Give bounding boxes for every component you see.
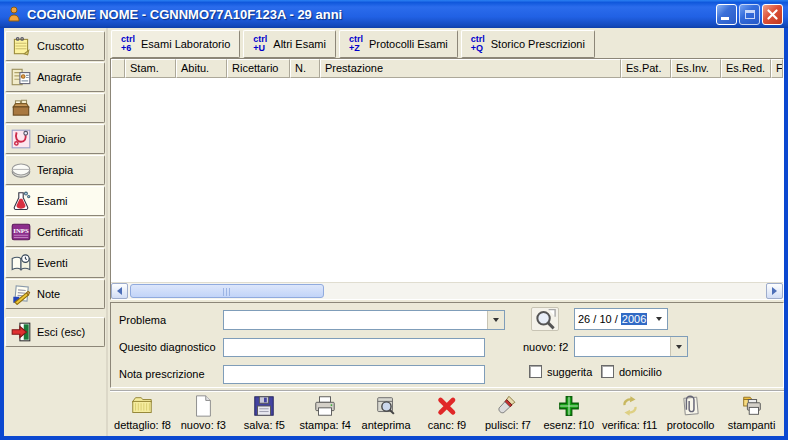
sidebar-item-esami[interactable]: Esami: [5, 186, 105, 216]
suggerita-checkbox-label: suggerita: [547, 366, 592, 378]
pulisci-button[interactable]: pulisci: f7: [477, 394, 538, 436]
search-button[interactable]: [531, 307, 559, 331]
printer-icon: [313, 394, 337, 418]
svg-text:INPS: INPS: [13, 227, 29, 234]
nuovo-combobox[interactable]: [574, 336, 688, 357]
scroll-right-button[interactable]: [766, 283, 783, 299]
canc-button[interactable]: canc: f9: [417, 394, 478, 436]
column-header-f[interactable]: F: [771, 59, 783, 78]
protocollo-button[interactable]: protocollo: [660, 394, 721, 436]
sidebar-item-eventi[interactable]: Eventi: [5, 248, 105, 278]
nuovo-button[interactable]: nuovo: f3: [173, 394, 234, 436]
paperclip-icon: [679, 394, 703, 418]
column-header-es-inv[interactable]: Es.Inv.: [671, 59, 721, 78]
domicilio-field: domicilio: [601, 365, 662, 378]
patient-icon: [5, 5, 23, 23]
prescriptions-table: Stam. Abitu. Ricettario N. Prestazione E…: [110, 58, 784, 300]
new-page-icon: [191, 394, 215, 418]
nota-input[interactable]: [223, 365, 485, 384]
column-header-rowselect[interactable]: [111, 59, 125, 78]
date-picker[interactable]: 26 / 10 / 2006: [574, 308, 668, 330]
pill-icon: [10, 159, 32, 181]
notepad-icon: [10, 35, 32, 57]
problema-label: Problema: [119, 314, 166, 326]
scrollbar-thumb[interactable]: [130, 284, 324, 298]
red-x-icon: [435, 394, 459, 418]
stampanti-button[interactable]: stampanti: [721, 394, 782, 436]
maximize-icon: [745, 10, 755, 19]
scroll-right-icon: [772, 287, 777, 295]
date-value: 26 / 10 / 2006: [575, 313, 650, 325]
column-header-abitu[interactable]: Abitu.: [176, 59, 227, 78]
title-bar: COGNOME NOME - CGNNMO77A10F123A - 29 ann…: [0, 0, 788, 28]
sidebar-item-label: Eventi: [37, 257, 68, 269]
column-header-prestazione[interactable]: Prestazione: [320, 59, 621, 78]
tab-esami-laboratorio[interactable]: ctrl+6 Esami Laboratorio: [111, 30, 240, 58]
salva-button[interactable]: salva: f5: [234, 394, 295, 436]
nuovo-dropdown-button[interactable]: [670, 337, 687, 356]
chevron-down-icon: [676, 345, 682, 349]
sidebar-item-label: Note: [37, 288, 60, 300]
exit-door-icon: [10, 321, 32, 343]
sidebar-item-note[interactable]: Note: [5, 279, 105, 309]
problema-dropdown-button[interactable]: [487, 311, 504, 329]
stampa-button[interactable]: stampa: f4: [295, 394, 356, 436]
maximize-button[interactable]: [739, 4, 760, 25]
tab-bar: ctrl+6 Esami Laboratorio ctrl+U Altri Es…: [110, 28, 784, 58]
main-area: ctrl+6 Esami Laboratorio ctrl+U Altri Es…: [108, 28, 784, 436]
sidebar-item-certificati[interactable]: INPS Certificati: [5, 217, 105, 247]
chevron-down-icon: [493, 318, 499, 322]
suggerita-checkbox[interactable]: [529, 365, 542, 378]
sidebar-item-cruscotto[interactable]: Cruscotto: [5, 31, 105, 61]
minimize-button[interactable]: [716, 4, 737, 25]
dettaglio-button[interactable]: dettaglio: f8: [112, 394, 173, 436]
sidebar-item-label: Anagrafe: [37, 71, 82, 83]
tab-protocolli-esami[interactable]: ctrl+Z Protocolli Esami: [339, 30, 458, 58]
quesito-label: Quesito diagnostico: [119, 341, 216, 353]
tab-altri-esami[interactable]: ctrl+U Altri Esami: [243, 30, 336, 58]
column-header-es-pat[interactable]: Es.Pat.: [621, 59, 671, 78]
minimize-icon: [721, 17, 729, 20]
verifica-button[interactable]: verifica: f11: [599, 394, 660, 436]
problema-combobox[interactable]: [223, 310, 505, 330]
note-pencil-icon: [10, 283, 32, 305]
sidebar-item-diario[interactable]: Diario: [5, 124, 105, 154]
printers-icon: [740, 394, 764, 418]
sidebar-item-label: Certificati: [37, 226, 83, 238]
column-header-es-red[interactable]: Es.Red.: [721, 59, 771, 78]
column-header-ricettario[interactable]: Ricettario: [227, 59, 290, 78]
sidebar-item-anagrafe[interactable]: Anagrafe: [5, 62, 105, 92]
table-header-row: Stam. Abitu. Ricettario N. Prestazione E…: [111, 59, 783, 78]
sidebar-item-label: Cruscotto: [37, 40, 84, 52]
close-button[interactable]: [762, 4, 783, 25]
sidebar-item-terapia[interactable]: Terapia: [5, 155, 105, 185]
sidebar-item-esci[interactable]: Esci (esc): [5, 317, 105, 347]
domicilio-checkbox[interactable]: [601, 365, 614, 378]
sidebar-item-label: Diario: [37, 133, 66, 145]
sidebar-item-label: Terapia: [37, 164, 73, 176]
scrollbar-track[interactable]: [128, 283, 766, 299]
verify-arrows-icon: [618, 394, 642, 418]
horizontal-scrollbar: [111, 282, 783, 299]
table-body-empty[interactable]: [111, 78, 783, 282]
date-dropdown-button[interactable]: [650, 309, 667, 329]
sidebar-item-label: Anamnesi: [37, 102, 86, 114]
window-title: COGNOME NOME - CGNNMO77A10F123A - 29 ann…: [27, 7, 716, 22]
anteprima-button[interactable]: anteprima: [356, 394, 417, 436]
shortcut-label: ctrl+Q: [471, 35, 485, 53]
book-clock-icon: [10, 252, 32, 274]
tab-storico-prescrizioni[interactable]: ctrl+Q Storico Prescrizioni: [461, 30, 595, 58]
column-header-stam[interactable]: Stam.: [125, 59, 176, 78]
prescription-form: Problema 26 / 10 / 2006 Quesito diagnost…: [110, 302, 784, 388]
scroll-left-icon: [117, 287, 122, 295]
nuovo-label: nuovo: f2: [523, 341, 568, 353]
quesito-input[interactable]: [223, 338, 485, 357]
sidebar-item-anamnesi[interactable]: Anamnesi: [5, 93, 105, 123]
date-year-selected: 2006: [621, 313, 647, 325]
esenz-button[interactable]: esenz: f10: [538, 394, 599, 436]
column-header-n[interactable]: N.: [290, 59, 320, 78]
sidebar: Cruscotto Anagrafe Anamnesi Diario Terap…: [4, 28, 108, 436]
preview-icon: [374, 394, 398, 418]
magnifier-icon: [532, 306, 558, 332]
scroll-left-button[interactable]: [111, 283, 128, 299]
